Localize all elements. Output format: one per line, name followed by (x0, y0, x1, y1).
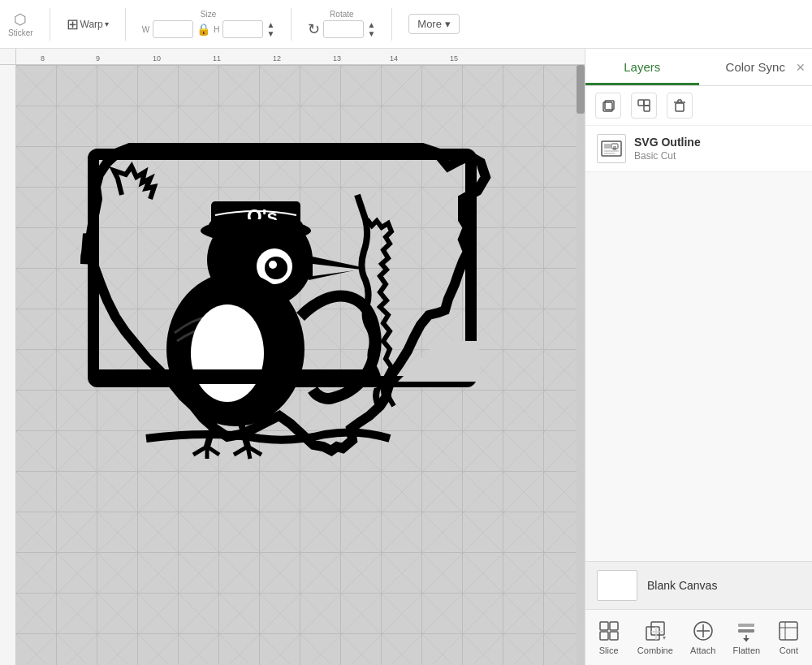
design-svg: O's (49, 130, 520, 479)
svg-line-16 (193, 447, 207, 455)
svg-rect-25 (638, 100, 644, 106)
more-button[interactable]: More ▾ (408, 14, 460, 34)
blank-canvas-label: Blank Canvas (647, 579, 717, 592)
scrollbar-thumb[interactable] (577, 65, 585, 114)
combine-svg-icon (645, 620, 666, 641)
width-label: W (142, 25, 149, 34)
svg-point-6 (265, 257, 287, 279)
action-cont-label: Cont (780, 646, 798, 655)
flatten-svg-icon (736, 620, 757, 641)
svg-rect-38 (613, 146, 616, 150)
duplicate-icon (601, 98, 615, 113)
tab-layers-label: Layers (624, 60, 660, 74)
tab-layers[interactable]: Layers (585, 49, 699, 85)
panel-tool-group[interactable] (631, 93, 657, 119)
size-section: Size W 🔒 H ▲ ▼ (142, 10, 275, 38)
action-flatten[interactable]: Flatten (726, 616, 767, 659)
action-attach-label: Attach (690, 646, 715, 655)
layer-info: SVG Outline Basic Cut (634, 136, 701, 162)
h-tick-9: 9 (96, 54, 100, 63)
lock-icon: 🔒 (197, 23, 210, 36)
h-tick-11: 11 (213, 54, 221, 63)
h-tick-13: 13 (333, 54, 341, 63)
svg-rect-28 (676, 103, 684, 111)
h-tick-8: 8 (41, 54, 45, 63)
svg-point-7 (269, 261, 277, 269)
attach-icon (692, 620, 715, 642)
rotate-input[interactable] (323, 20, 364, 38)
sticker-label: Sticker (8, 28, 33, 37)
panel-spacer (585, 172, 812, 561)
warp-section[interactable]: ⊞ Warp ▾ (67, 15, 109, 33)
panel-tool-delete[interactable] (667, 93, 693, 119)
action-combine[interactable]: Combine (631, 616, 680, 659)
h-tick-10: 10 (153, 54, 161, 63)
canvas-area[interactable]: 8 9 10 11 12 13 14 15 (0, 49, 585, 665)
svg-rect-44 (651, 622, 664, 635)
svg-marker-47 (663, 637, 666, 640)
tab-color-sync-label: Color Sync (726, 60, 785, 74)
delete-icon (672, 98, 687, 113)
svg-rect-27 (644, 100, 650, 106)
svg-rect-40 (610, 622, 618, 630)
rotate-label: Rotate (330, 10, 353, 19)
panel-tool-duplicate[interactable] (595, 93, 621, 119)
blank-canvas-section[interactable]: Blank Canvas (585, 561, 812, 609)
blank-canvas-thumbnail (597, 570, 637, 601)
right-panel: Layers Color Sync ✕ (585, 49, 812, 665)
rotate-icon[interactable]: ↻ (308, 20, 320, 38)
action-slice-label: Slice (599, 646, 619, 655)
svg-rect-26 (644, 106, 650, 111)
svg-rect-34 (604, 144, 611, 149)
attach-svg-icon (693, 620, 714, 641)
ruler-corner (0, 49, 16, 65)
svg-rect-22 (93, 369, 378, 384)
cont-icon (777, 620, 800, 642)
flatten-icon (735, 620, 758, 642)
combine-icon (644, 620, 667, 642)
panel-tabs: Layers Color Sync ✕ (585, 49, 812, 86)
vertical-scrollbar[interactable] (577, 65, 585, 665)
svg-rect-55 (780, 622, 797, 640)
size-arrows[interactable]: ▲ ▼ (266, 21, 274, 38)
svg-rect-41 (600, 632, 608, 640)
action-attach[interactable]: Attach (684, 616, 722, 659)
action-combine-label: Combine (637, 646, 673, 655)
sticker-section: ⬡ Sticker (8, 11, 33, 37)
cont-svg-icon (778, 620, 799, 641)
tab-color-sync[interactable]: Color Sync ✕ (699, 49, 813, 85)
svg-point-13 (191, 304, 264, 402)
h-tick-15: 15 (450, 54, 458, 63)
warp-dropdown-icon: ▾ (105, 19, 109, 28)
layer-thumb-icon (600, 140, 623, 158)
design-group: O's (85, 148, 486, 459)
svg-point-11 (201, 219, 311, 242)
rotate-arrows[interactable]: ▲ ▼ (367, 21, 375, 38)
panel-actions: Slice Combine (585, 609, 812, 665)
action-slice[interactable]: Slice (591, 616, 627, 659)
svg-rect-51 (738, 624, 754, 627)
width-input[interactable] (153, 20, 193, 38)
svg-rect-43 (646, 627, 659, 640)
panel-toolbar (585, 86, 812, 126)
main-content: 8 9 10 11 12 13 14 15 (0, 49, 812, 665)
more-label: More (417, 18, 442, 30)
height-label: H (214, 25, 219, 34)
main-toolbar: ⬡ Sticker ⊞ Warp ▾ Size W 🔒 H ▲ ▼ Rotate… (0, 0, 812, 49)
divider-1 (50, 8, 50, 41)
slice-svg-icon (598, 620, 620, 641)
design-container[interactable]: O's (49, 130, 520, 482)
grid-canvas[interactable]: O's (16, 65, 577, 665)
slice-icon (598, 620, 620, 642)
svg-rect-52 (738, 629, 754, 633)
layer-item-svg-outline[interactable]: SVG Outline Basic Cut (585, 126, 812, 172)
tab-color-sync-close[interactable]: ✕ (796, 61, 806, 74)
action-cont[interactable]: Cont (771, 616, 806, 659)
divider-2 (125, 8, 126, 41)
height-input[interactable] (222, 20, 263, 38)
group-icon (637, 98, 651, 113)
svg-marker-54 (743, 638, 749, 641)
warp-icon: ⊞ (67, 15, 79, 33)
rotate-section: Rotate ↻ ▲ ▼ (308, 10, 375, 38)
ruler-vertical (0, 65, 16, 665)
